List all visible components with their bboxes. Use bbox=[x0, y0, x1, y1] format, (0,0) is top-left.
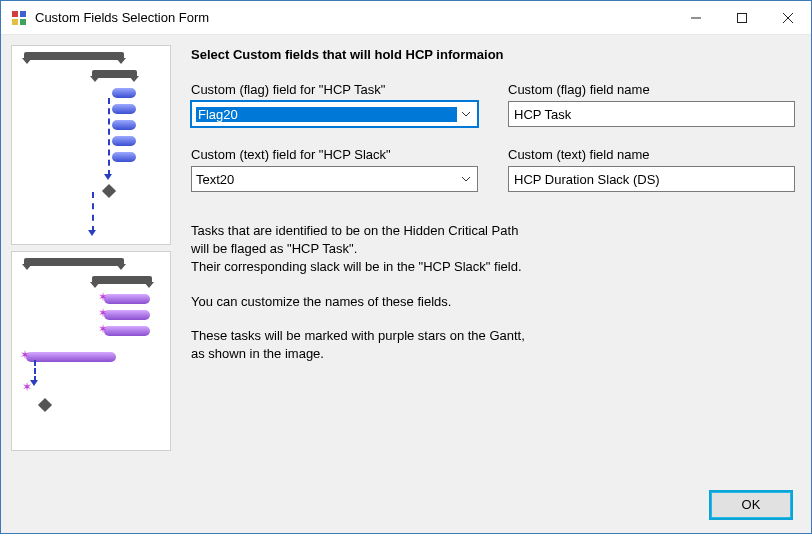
text-field-value: Text20 bbox=[196, 172, 457, 187]
window-title: Custom Fields Selection Form bbox=[35, 10, 673, 25]
svg-rect-0 bbox=[12, 11, 18, 17]
desc-line: as shown in the image. bbox=[191, 346, 324, 361]
gantt-illustration-bottom: ✶ ✶ ✶ ✶ ✶ bbox=[11, 251, 171, 451]
window-controls bbox=[673, 1, 811, 34]
description-text: Tasks that are identified to be on the H… bbox=[191, 222, 795, 363]
window-frame: Custom Fields Selection Form bbox=[0, 0, 812, 534]
footer: OK bbox=[1, 477, 811, 533]
flag-field-label: Custom (flag) field for "HCP Task" bbox=[191, 82, 478, 97]
maximize-button[interactable] bbox=[719, 1, 765, 34]
text-name-block: Custom (text) field name bbox=[508, 147, 795, 192]
chevron-down-icon bbox=[457, 169, 475, 189]
row-flag: Custom (flag) field for "HCP Task" Flag2… bbox=[191, 82, 795, 127]
text-name-input[interactable] bbox=[508, 166, 795, 192]
text-field-block: Custom (text) field for "HCP Slack" Text… bbox=[191, 147, 478, 192]
chevron-down-icon bbox=[457, 104, 475, 124]
desc-line: These tasks will be marked with purple s… bbox=[191, 328, 525, 343]
flag-name-block: Custom (flag) field name bbox=[508, 82, 795, 127]
form-column: Select Custom fields that will hold HCP … bbox=[181, 45, 795, 477]
star-icon: ✶ bbox=[98, 324, 108, 334]
illustration-column: ✶ ✶ ✶ ✶ ✶ bbox=[11, 45, 171, 477]
desc-line: You can customize the names of these fie… bbox=[191, 294, 451, 309]
star-icon: ✶ bbox=[22, 382, 32, 392]
star-icon: ✶ bbox=[98, 292, 108, 302]
svg-rect-3 bbox=[20, 19, 26, 25]
flag-name-label: Custom (flag) field name bbox=[508, 82, 795, 97]
close-button[interactable] bbox=[765, 1, 811, 34]
star-icon: ✶ bbox=[20, 350, 30, 360]
svg-rect-1 bbox=[20, 11, 26, 17]
app-icon bbox=[11, 10, 27, 26]
ok-button[interactable]: OK bbox=[709, 490, 793, 520]
flag-field-block: Custom (flag) field for "HCP Task" Flag2… bbox=[191, 82, 478, 127]
titlebar: Custom Fields Selection Form bbox=[1, 1, 811, 35]
desc-line: Their corresponding slack will be in the… bbox=[191, 259, 522, 274]
flag-field-value: Flag20 bbox=[196, 107, 457, 122]
flag-name-input[interactable] bbox=[508, 101, 795, 127]
svg-rect-2 bbox=[12, 19, 18, 25]
flag-field-combo[interactable]: Flag20 bbox=[191, 101, 478, 127]
desc-line: will be flaged as "HCP Task". bbox=[191, 241, 357, 256]
form-heading: Select Custom fields that will hold HCP … bbox=[191, 47, 795, 62]
desc-line: Tasks that are identified to be on the H… bbox=[191, 223, 518, 238]
svg-rect-5 bbox=[738, 13, 747, 22]
form-body: ✶ ✶ ✶ ✶ ✶ Select Custom fields that will… bbox=[1, 35, 811, 477]
gantt-illustration-top bbox=[11, 45, 171, 245]
text-field-combo[interactable]: Text20 bbox=[191, 166, 478, 192]
minimize-button[interactable] bbox=[673, 1, 719, 34]
row-text: Custom (text) field for "HCP Slack" Text… bbox=[191, 147, 795, 192]
text-name-label: Custom (text) field name bbox=[508, 147, 795, 162]
text-field-label: Custom (text) field for "HCP Slack" bbox=[191, 147, 478, 162]
star-icon: ✶ bbox=[98, 308, 108, 318]
